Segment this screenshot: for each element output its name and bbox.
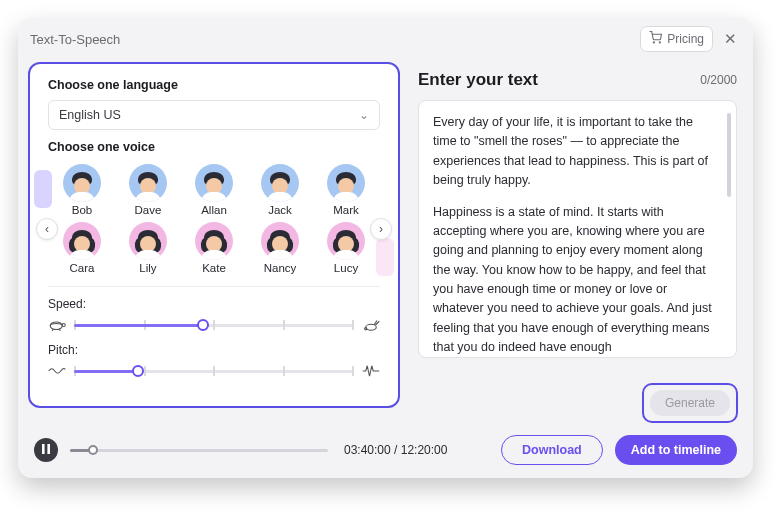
text-input[interactable]: Every day of your life, it is important … <box>418 100 737 358</box>
voice-peek-left <box>34 170 52 208</box>
pitch-slider[interactable] <box>74 363 354 379</box>
voice-peek-right <box>376 238 394 276</box>
generate-highlight: Generate <box>642 383 738 423</box>
add-timeline-button[interactable]: Add to timeline <box>615 435 737 465</box>
voice-bob[interactable]: Bob <box>58 164 106 216</box>
voice-name: Lucy <box>334 262 358 274</box>
cart-icon <box>649 31 662 47</box>
avatar-icon <box>195 164 233 202</box>
sample-paragraph: Happiness is a state of mind. It starts … <box>433 203 718 358</box>
avatar-icon <box>63 222 101 260</box>
download-label: Download <box>522 443 582 457</box>
voice-name: Kate <box>202 262 226 274</box>
pricing-button[interactable]: Pricing <box>640 26 713 52</box>
close-icon: ✕ <box>724 30 737 48</box>
voice-name: Bob <box>72 204 92 216</box>
generate-button[interactable]: Generate <box>650 390 730 416</box>
time-display: 03:40:00 / 12:20:00 <box>344 443 447 457</box>
sample-paragraph: Every day of your life, it is important … <box>433 113 718 191</box>
voices-row-female: Cara Lily Kate Nancy Lucy <box>48 222 380 274</box>
voice-dave[interactable]: Dave <box>124 164 172 216</box>
chevron-right-icon: › <box>379 222 383 236</box>
voice-name: Allan <box>201 204 227 216</box>
avatar-icon <box>327 222 365 260</box>
avatar-icon <box>327 164 365 202</box>
wave-low-icon <box>48 366 66 376</box>
svg-rect-7 <box>47 444 50 454</box>
voice-name: Cara <box>70 262 95 274</box>
tts-window: Text-To-Speech Pricing ✕ Choose one lang… <box>18 18 753 478</box>
download-button[interactable]: Download <box>501 435 603 465</box>
titlebar: Text-To-Speech Pricing ✕ <box>18 18 753 60</box>
avatar-icon <box>129 164 167 202</box>
voice-name: Nancy <box>264 262 297 274</box>
avatar-icon <box>261 164 299 202</box>
voice-settings-panel: Choose one language English US ⌄ Choose … <box>28 62 400 408</box>
turtle-icon <box>48 319 66 331</box>
voice-mark[interactable]: Mark <box>322 164 370 216</box>
svg-point-0 <box>654 42 655 43</box>
language-label: Choose one language <box>48 78 380 92</box>
voice-label: Choose one voice <box>48 140 380 154</box>
language-select[interactable]: English US ⌄ <box>48 100 380 130</box>
speed-label: Speed: <box>48 297 380 311</box>
voice-lucy[interactable]: Lucy <box>322 222 370 274</box>
enter-text-title: Enter your text <box>418 70 538 90</box>
speed-slider[interactable] <box>74 317 354 333</box>
svg-point-1 <box>660 42 661 43</box>
voice-name: Mark <box>333 204 359 216</box>
avatar-icon <box>129 222 167 260</box>
avatar-icon <box>261 222 299 260</box>
total-time: 12:20:00 <box>401 443 448 457</box>
rabbit-icon <box>362 318 380 332</box>
pause-button[interactable] <box>34 438 58 462</box>
window-title: Text-To-Speech <box>30 32 120 47</box>
voice-kate[interactable]: Kate <box>190 222 238 274</box>
voices-prev-button[interactable]: ‹ <box>36 218 58 240</box>
chevron-down-icon: ⌄ <box>359 108 369 122</box>
generate-label: Generate <box>665 396 715 410</box>
voice-lily[interactable]: Lily <box>124 222 172 274</box>
avatar-icon <box>63 164 101 202</box>
chevron-left-icon: ‹ <box>45 222 49 236</box>
elapsed-time: 03:40:00 <box>344 443 391 457</box>
svg-point-3 <box>62 324 65 327</box>
voice-allan[interactable]: Allan <box>190 164 238 216</box>
voice-jack[interactable]: Jack <box>256 164 304 216</box>
language-value: English US <box>59 108 121 122</box>
voice-name: Lily <box>139 262 156 274</box>
text-entry-area: Enter your text 0/2000 Every day of your… <box>418 70 737 358</box>
add-timeline-label: Add to timeline <box>631 443 721 457</box>
wave-high-icon <box>362 364 380 378</box>
close-button[interactable]: ✕ <box>719 28 741 50</box>
char-counter: 0/2000 <box>700 73 737 87</box>
voice-name: Dave <box>135 204 162 216</box>
voices-row-male: Bob Dave Allan Jack Mark <box>48 164 380 216</box>
pricing-label: Pricing <box>667 32 704 46</box>
scrollbar-thumb[interactable] <box>727 113 731 197</box>
playback-progress[interactable] <box>70 442 328 458</box>
pause-icon <box>42 444 50 456</box>
voice-nancy[interactable]: Nancy <box>256 222 304 274</box>
player-bar: 03:40:00 / 12:20:00 Download Add to time… <box>18 422 753 478</box>
pitch-label: Pitch: <box>48 343 380 357</box>
voice-name: Jack <box>268 204 292 216</box>
svg-rect-6 <box>42 444 45 454</box>
voice-cara[interactable]: Cara <box>58 222 106 274</box>
voices-next-button[interactable]: › <box>370 218 392 240</box>
avatar-icon <box>195 222 233 260</box>
